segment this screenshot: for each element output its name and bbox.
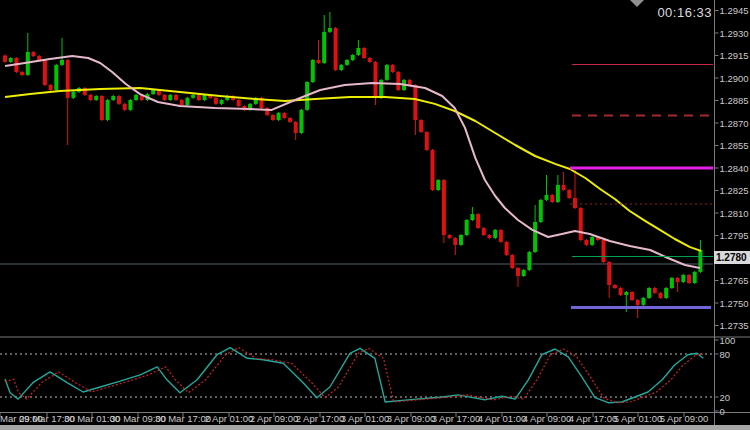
price-axis-label: 1.2750 — [720, 298, 749, 309]
price-axis-label: 1.2825 — [720, 185, 749, 196]
stochastic-main-line — [5, 348, 703, 403]
bid-price-box[interactable]: 1.2780 — [714, 251, 750, 264]
price-axis-label: 1.2810 — [720, 208, 749, 219]
price-axis-label: 1.2885 — [720, 95, 749, 106]
time-axis-label: 2 Apr 01:00 — [205, 413, 254, 424]
indicator-axis-label: 0 — [720, 406, 725, 417]
price-axis-label: 1.2765 — [720, 275, 749, 286]
indicator-axis[interactable]: 10080200 — [715, 335, 736, 417]
candle-countdown-timer: 00:16:33 — [657, 5, 712, 20]
chart-canvas[interactable]: 1.29451.29301.29151.29001.28851.28701.28… — [0, 0, 750, 430]
price-axis[interactable]: 1.29451.29301.29151.29001.28851.28701.28… — [715, 5, 749, 331]
stochastic-signal-line — [5, 348, 703, 403]
horizontal-level-lines[interactable] — [570, 65, 713, 308]
price-axis-label: 1.2795 — [720, 230, 749, 241]
time-axis-label: 3 Apr 17:00 — [432, 413, 481, 424]
price-axis-label: 1.2870 — [720, 118, 749, 129]
scroll-position-marker — [630, 0, 644, 7]
time-axis-label: 4 Apr 01:00 — [478, 413, 527, 424]
time-axis-label: 5 Apr 09:00 — [660, 413, 709, 424]
time-axis-label: 4 Apr 17:00 — [569, 413, 618, 424]
time-axis-label: 2 Apr 09:00 — [250, 413, 299, 424]
price-axis-label: 1.2840 — [720, 163, 749, 174]
trading-chart-window: 1.29451.29301.29151.29001.28851.28701.28… — [0, 0, 750, 430]
indicator-axis-label: 20 — [720, 392, 731, 403]
time-axis-label: 5 Apr 01:00 — [614, 413, 663, 424]
price-axis-label: 1.2735 — [720, 320, 749, 331]
price-axis-label: 1.2915 — [720, 50, 749, 61]
price-axis-label: 1.2900 — [720, 73, 749, 84]
time-axis-label: 3 Apr 09:00 — [387, 413, 436, 424]
price-axis-label: 1.2930 — [720, 28, 749, 39]
indicator-axis-label: 80 — [720, 349, 731, 360]
time-axis[interactable]: Mar 09:0029 Mar 17:0030 Mar 01:0030 Mar … — [0, 413, 708, 424]
time-axis-label: 4 Apr 09:00 — [523, 413, 572, 424]
time-axis-label: 3 Apr 01:00 — [341, 413, 390, 424]
price-axis-label: 1.2945 — [720, 5, 749, 16]
price-axis-label: 1.2855 — [720, 140, 749, 151]
candlestick-series[interactable] — [3, 12, 702, 318]
time-axis-label: 30 Mar 17:00 — [155, 413, 211, 424]
time-axis-label: 2 Apr 17:00 — [296, 413, 345, 424]
indicator-axis-label: 100 — [720, 335, 736, 346]
stochastic-pane[interactable] — [0, 348, 713, 403]
